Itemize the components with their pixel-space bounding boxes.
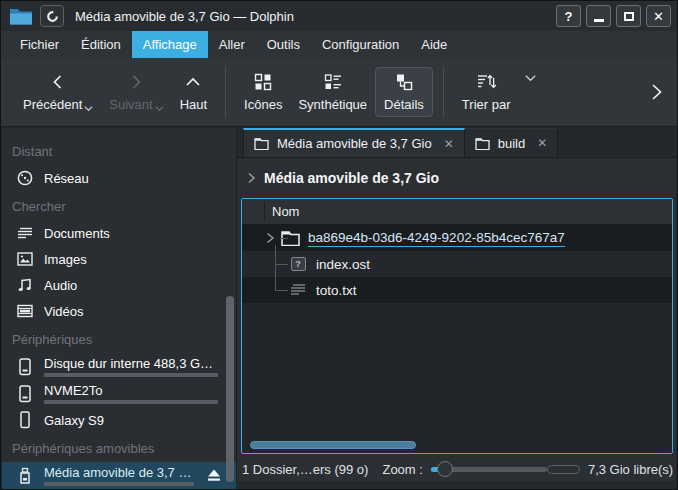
sidebar-item-audio[interactable]: Audio bbox=[2, 272, 236, 298]
sidebar-item-documents[interactable]: Documents bbox=[2, 220, 236, 246]
videos-icon bbox=[15, 301, 35, 321]
window-menu-button[interactable] bbox=[40, 5, 64, 27]
chevron-down-icon bbox=[84, 105, 93, 112]
tree-line bbox=[280, 238, 288, 239]
zoom-slider[interactable] bbox=[431, 461, 547, 477]
titlebar: Média amovible de 3,7 Gio — Dolphin ? ✕ bbox=[1, 1, 677, 31]
maximize-button[interactable] bbox=[616, 5, 641, 27]
section-header-peripheriques-amovibles: Périphériques amovibles bbox=[2, 433, 236, 462]
main-pane: Média amovible de 3,7 Gio ✕ build ✕ Médi… bbox=[237, 128, 676, 481]
sidebar-item-disque-dur[interactable]: Disque dur interne 488,3 G… bbox=[2, 353, 236, 380]
free-space-label: 7,3 Gio libre(s) bbox=[588, 462, 673, 477]
toolbar-separator bbox=[443, 66, 444, 118]
hard-drive-icon bbox=[15, 384, 35, 404]
file-row-index-ost[interactable]: ? index.ost bbox=[242, 251, 672, 277]
compact-view-button[interactable]: Synthétique bbox=[290, 68, 375, 116]
toolbar-separator bbox=[225, 66, 226, 118]
close-icon: ✕ bbox=[653, 9, 664, 24]
app-folder-icon bbox=[9, 6, 33, 26]
menu-affichage[interactable]: Affichage bbox=[132, 31, 208, 58]
minimize-button[interactable] bbox=[586, 5, 611, 27]
disk-usage-bar bbox=[44, 400, 218, 404]
phone-icon bbox=[15, 410, 35, 430]
text-file-icon bbox=[288, 281, 308, 299]
column-divider bbox=[264, 202, 265, 221]
network-icon bbox=[15, 168, 35, 188]
column-header[interactable]: Nom bbox=[242, 199, 672, 225]
eject-button[interactable] bbox=[206, 469, 222, 482]
menu-configuration[interactable]: Configuration bbox=[311, 31, 410, 58]
chevron-down-icon bbox=[155, 105, 164, 112]
horizontal-scrollbar[interactable] bbox=[250, 441, 416, 449]
menubar: Fichier Édition Affichage Aller Outils C… bbox=[1, 31, 677, 58]
section-header-distant: Distant bbox=[2, 136, 236, 165]
audio-icon bbox=[15, 275, 35, 295]
menu-outils[interactable]: Outils bbox=[256, 31, 311, 58]
help-button[interactable]: ? bbox=[556, 5, 581, 27]
details-view-button[interactable]: Détails bbox=[375, 67, 433, 117]
maximize-icon bbox=[624, 12, 634, 21]
free-space-bar bbox=[547, 465, 580, 474]
folder-icon bbox=[254, 137, 269, 150]
images-icon bbox=[15, 249, 35, 269]
zoom-label: Zoom : bbox=[382, 462, 422, 477]
statusbar: 1 Dossier,…ers (99 o) Zoom : 7,3 Gio lib… bbox=[237, 454, 676, 484]
close-tab-icon[interactable]: ✕ bbox=[537, 136, 547, 150]
compact-view-icon bbox=[323, 72, 343, 92]
forward-button[interactable]: Suivant bbox=[101, 68, 171, 116]
icons-view-icon bbox=[253, 72, 273, 92]
sidebar-scrollbar[interactable] bbox=[226, 296, 234, 482]
up-button[interactable]: Haut bbox=[172, 68, 215, 116]
tab-media-amovible[interactable]: Média amovible de 3,7 Gio ✕ bbox=[243, 128, 465, 157]
menu-aller[interactable]: Aller bbox=[208, 31, 256, 58]
items-summary: 1 Dossier,…ers (99 o) bbox=[242, 462, 368, 477]
expander-chevron-icon[interactable] bbox=[264, 232, 276, 244]
chevron-left-icon bbox=[48, 72, 68, 92]
close-button[interactable]: ✕ bbox=[646, 5, 671, 27]
disk-usage-bar bbox=[44, 373, 218, 377]
zoom-slider-handle[interactable] bbox=[437, 461, 453, 477]
back-button[interactable]: Précédent bbox=[15, 68, 101, 116]
breadcrumb: Média amovible de 3,7 Gio bbox=[237, 158, 676, 198]
breadcrumb-chevron-icon[interactable] bbox=[247, 172, 256, 184]
close-tab-icon[interactable]: ✕ bbox=[444, 137, 454, 151]
tab-bar: Média amovible de 3,7 Gio ✕ build ✕ bbox=[237, 128, 676, 158]
chevron-right-icon bbox=[126, 72, 146, 92]
breadcrumb-location[interactable]: Média amovible de 3,7 Gio bbox=[264, 170, 439, 186]
toolbar-overflow-chevron-icon[interactable] bbox=[650, 83, 663, 101]
chevron-up-icon bbox=[183, 72, 203, 92]
window-title: Média amovible de 3,7 Gio — Dolphin bbox=[75, 9, 549, 24]
sidebar-item-images[interactable]: Images bbox=[2, 246, 236, 272]
sidebar-item-videos[interactable]: Vidéos bbox=[2, 298, 236, 324]
folder-icon bbox=[475, 137, 490, 150]
sort-dropdown-chevron-icon[interactable] bbox=[524, 74, 537, 83]
menu-edition[interactable]: Édition bbox=[70, 31, 132, 58]
section-header-chercher: Chercher bbox=[2, 191, 236, 220]
minimize-icon bbox=[594, 19, 604, 22]
sidebar-item-galaxy-s9[interactable]: Galaxy S9 bbox=[2, 407, 236, 433]
sort-icon bbox=[475, 72, 497, 92]
file-row-folder[interactable]: ba869e4b-03d6-4249-9202-85b4cec767a7 bbox=[242, 225, 672, 251]
tree-line bbox=[275, 245, 276, 291]
menu-fichier[interactable]: Fichier bbox=[9, 31, 70, 58]
sort-by-button[interactable]: Trier par bbox=[454, 68, 519, 116]
file-row-toto-txt[interactable]: toto.txt bbox=[242, 277, 672, 303]
usb-drive-icon bbox=[15, 466, 35, 486]
tree-line bbox=[275, 264, 288, 265]
dolphin-window: Média amovible de 3,7 Gio — Dolphin ? ✕ … bbox=[0, 0, 678, 490]
help-icon: ? bbox=[565, 9, 573, 24]
places-panel: Distant Réseau Chercher Documents Images bbox=[2, 128, 237, 481]
icons-view-button[interactable]: Icônes bbox=[236, 68, 290, 116]
disk-usage-bar bbox=[44, 482, 194, 486]
file-view: Nom ba869e4b-03d6-4249-9202-85b4cec767a7… bbox=[241, 198, 673, 454]
tree-line bbox=[275, 290, 288, 291]
sidebar-item-media-amovible[interactable]: Média amovible de 3,7 … bbox=[2, 462, 236, 489]
sidebar-item-reseau[interactable]: Réseau bbox=[2, 165, 236, 191]
hard-drive-icon bbox=[15, 357, 35, 377]
documents-icon bbox=[15, 223, 35, 243]
menu-aide[interactable]: Aide bbox=[410, 31, 458, 58]
sidebar-item-nvme2to[interactable]: NVME2To bbox=[2, 380, 236, 407]
ring-icon bbox=[46, 10, 59, 23]
unknown-file-icon: ? bbox=[288, 255, 308, 273]
tab-build[interactable]: build ✕ bbox=[465, 128, 559, 157]
